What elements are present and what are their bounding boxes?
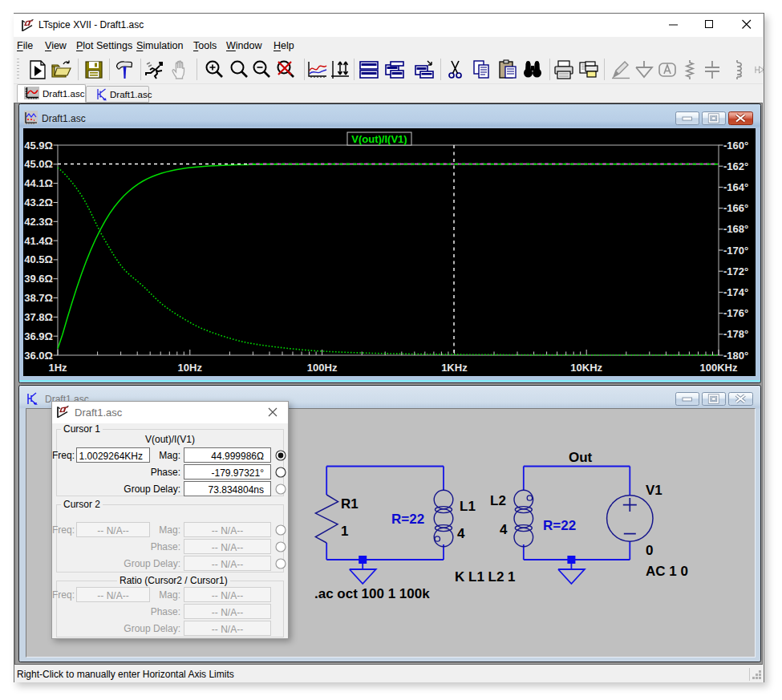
svg-text:42.3Ω: 42.3Ω [24,216,53,228]
svg-text:-162°: -162° [723,160,748,172]
svg-text:36.0Ω: 36.0Ω [24,350,53,362]
svg-text:43.2Ω: 43.2Ω [24,196,53,208]
svg-text:L1: L1 [460,499,476,514]
svg-text:40.5Ω: 40.5Ω [24,253,53,265]
svg-text:R=22: R=22 [543,518,576,533]
svg-text:-164°: -164° [723,181,748,193]
svg-text:44.1Ω: 44.1Ω [24,177,53,189]
svg-text:-178°: -178° [723,328,748,340]
svg-text:K L1 L2 1: K L1 L2 1 [455,569,516,585]
svg-text:L2: L2 [490,493,506,508]
svg-text:4: 4 [457,526,465,541]
svg-text:37.8Ω: 37.8Ω [24,311,53,323]
svg-text:-176°: -176° [723,307,748,319]
svg-text:V1: V1 [646,483,662,498]
svg-text:V(out)/I(V1): V(out)/I(V1) [351,133,407,145]
svg-text:4: 4 [500,522,508,537]
svg-text:-172°: -172° [723,265,748,277]
svg-text:100Hz: 100Hz [307,362,338,374]
svg-text:45.0Ω: 45.0Ω [24,158,53,170]
svg-text:R=22: R=22 [391,512,424,527]
svg-text:10Hz: 10Hz [178,362,203,374]
svg-text:1: 1 [341,524,348,539]
svg-text:Out: Out [569,450,593,465]
svg-text:AC 1 0: AC 1 0 [646,564,688,579]
svg-text:41.4Ω: 41.4Ω [24,235,53,247]
svg-text:-160°: -160° [723,140,748,152]
svg-text:38.7Ω: 38.7Ω [24,292,53,304]
svg-text:36.9Ω: 36.9Ω [24,330,53,342]
svg-text:100KHz: 100KHz [700,362,738,374]
svg-text:1KHz: 1KHz [441,362,468,374]
svg-text:-166°: -166° [723,202,748,214]
svg-text:45.9Ω: 45.9Ω [24,140,53,152]
svg-text:1Hz: 1Hz [48,362,67,374]
svg-text:-168°: -168° [723,223,748,235]
svg-text:0: 0 [646,543,653,558]
svg-text:.ac oct 100 1 100k: .ac oct 100 1 100k [314,586,430,601]
svg-text:10KHz: 10KHz [570,362,602,374]
svg-text:-174°: -174° [723,286,748,298]
svg-text:R1: R1 [341,496,359,512]
svg-text:39.6Ω: 39.6Ω [24,273,53,285]
svg-text:-170°: -170° [723,245,748,257]
svg-text:-180°: -180° [723,350,748,362]
